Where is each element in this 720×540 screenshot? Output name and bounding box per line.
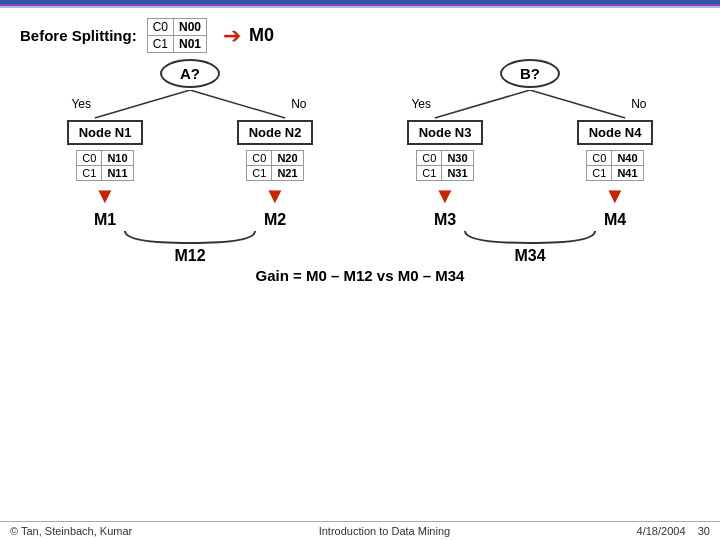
before-splitting-row: Before Splitting: C0 N00 C1 N01 ➔ M0 <box>20 18 700 53</box>
svg-line-0 <box>95 90 190 118</box>
right-node-n4-col: Node N4 C0 N40 C1 N41 ▼ M4 <box>535 120 695 229</box>
left-brace-svg <box>110 229 270 247</box>
m0-label: M0 <box>249 25 274 46</box>
footer-copyright: © Tan, Steinbach, Kumar <box>10 525 132 537</box>
svg-text:Yes: Yes <box>411 97 431 111</box>
n4-r1c2: N40 <box>612 151 643 166</box>
n2-r2c1: C1 <box>247 166 272 181</box>
n1-r1c2: N10 <box>102 151 133 166</box>
node-n3-table: C0 N30 C1 N31 <box>416 150 473 181</box>
left-tree-root: A? <box>160 59 220 88</box>
n3-r2c2: N31 <box>442 166 473 181</box>
before-splitting-arrow: ➔ <box>223 23 241 49</box>
n4-r2c1: C1 <box>587 166 612 181</box>
m4-label: M4 <box>604 211 626 229</box>
bs-row2-col2: N01 <box>174 36 207 53</box>
left-brace-group: M12 <box>110 229 270 265</box>
m3-label: M3 <box>434 211 456 229</box>
m12-label: M12 <box>174 247 205 265</box>
right-brace-svg <box>450 229 610 247</box>
m1-label: M1 <box>94 211 116 229</box>
n2-down-arrow: ▼ <box>264 185 286 207</box>
n1-r2c1: C1 <box>77 166 102 181</box>
top-bars <box>0 0 720 8</box>
m34-label: M34 <box>514 247 545 265</box>
left-node-n1-col: Node N1 C0 N10 C1 N11 ▼ M1 <box>25 120 185 229</box>
left-node-n2-col: Node N2 C0 N20 C1 N21 ▼ M2 <box>195 120 355 229</box>
right-node-n3-col: Node N3 C0 N30 C1 N31 ▼ M3 <box>365 120 525 229</box>
bar-light <box>0 6 720 8</box>
svg-text:No: No <box>291 97 307 111</box>
n2-r2c2: N21 <box>272 166 303 181</box>
n4-r1c1: C0 <box>587 151 612 166</box>
svg-line-4 <box>435 90 530 118</box>
n2-r1c1: C0 <box>247 151 272 166</box>
n3-down-arrow: ▼ <box>434 185 456 207</box>
bs-row1-col1: C0 <box>147 19 173 36</box>
footer-page: 30 <box>698 525 710 537</box>
node-n1: Node N1 <box>67 120 144 145</box>
right-tree-node-row: Node N3 C0 N30 C1 N31 ▼ M3 <box>360 120 700 229</box>
node-n4: Node N4 <box>577 120 654 145</box>
n4-down-arrow: ▼ <box>604 185 626 207</box>
footer-date-page: 4/18/2004 30 <box>637 525 710 537</box>
before-splitting-label: Before Splitting: <box>20 27 137 44</box>
n1-down-arrow: ▼ <box>94 185 116 207</box>
node-n2-table: C0 N20 C1 N21 <box>246 150 303 181</box>
n2-r1c2: N20 <box>272 151 303 166</box>
n1-r2c2: N11 <box>102 166 133 181</box>
footer-title: Introduction to Data Mining <box>319 525 450 537</box>
right-brace-group: M34 <box>450 229 610 265</box>
node-n3: Node N3 <box>407 120 484 145</box>
before-splitting-table: C0 N00 C1 N01 <box>147 18 207 53</box>
footer: © Tan, Steinbach, Kumar Introduction to … <box>0 521 720 540</box>
node-n4-table: C0 N40 C1 N41 <box>586 150 643 181</box>
left-tree-node-row: Node N1 C0 N10 C1 N11 ▼ M1 <box>20 120 360 229</box>
left-tree-lines-svg: Yes No <box>20 90 360 120</box>
right-tree-root: B? <box>500 59 560 88</box>
main-content: Before Splitting: C0 N00 C1 N01 ➔ M0 A? … <box>0 8 720 289</box>
svg-line-5 <box>530 90 625 118</box>
n1-r1c1: C0 <box>77 151 102 166</box>
svg-text:No: No <box>631 97 647 111</box>
gain-row: Gain = M0 – M12 vs M0 – M34 <box>20 267 700 284</box>
left-tree: A? Yes No Node N1 C0 N10 <box>20 59 360 265</box>
bs-row2-col1: C1 <box>147 36 173 53</box>
bs-row1-col2: N00 <box>174 19 207 36</box>
node-n1-table: C0 N10 C1 N11 <box>76 150 133 181</box>
tree-section: A? Yes No Node N1 C0 N10 <box>20 59 700 265</box>
right-tree: B? Yes No Node N3 C0 N30 <box>360 59 700 265</box>
n3-r1c1: C0 <box>417 151 442 166</box>
n3-r1c2: N30 <box>442 151 473 166</box>
svg-text:Yes: Yes <box>71 97 91 111</box>
m2-label: M2 <box>264 211 286 229</box>
svg-line-1 <box>190 90 285 118</box>
footer-date: 4/18/2004 <box>637 525 686 537</box>
right-tree-lines-svg: Yes No <box>360 90 700 120</box>
node-n2: Node N2 <box>237 120 314 145</box>
n3-r2c1: C1 <box>417 166 442 181</box>
n4-r2c2: N41 <box>612 166 643 181</box>
